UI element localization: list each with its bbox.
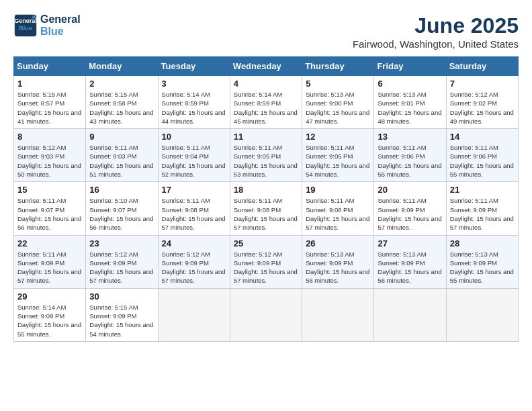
day-info: Sunrise: 5:13 AMSunset: 9:00 PMDaylight:… <box>306 90 370 126</box>
day-info: Sunrise: 5:11 AMSunset: 9:08 PMDaylight:… <box>162 196 226 232</box>
day-number: 1 <box>17 79 82 89</box>
calendar-cell: 14Sunrise: 5:11 AMSunset: 9:06 PMDayligh… <box>446 129 518 182</box>
day-number: 16 <box>89 185 154 195</box>
logo-icon: General Blue <box>13 13 38 38</box>
calendar-cell <box>446 288 518 341</box>
calendar-cell: 7Sunrise: 5:12 AMSunset: 9:02 PMDaylight… <box>446 76 518 129</box>
day-info: Sunrise: 5:11 AMSunset: 9:05 PMDaylight:… <box>234 143 298 179</box>
calendar-title: June 2025 <box>353 13 519 38</box>
calendar-cell: 11Sunrise: 5:11 AMSunset: 9:05 PMDayligh… <box>230 129 302 182</box>
day-number: 2 <box>89 79 154 89</box>
day-number: 20 <box>378 185 442 195</box>
day-number: 27 <box>378 238 442 248</box>
calendar-subtitle: Fairwood, Washington, United States <box>353 38 519 50</box>
day-info: Sunrise: 5:15 AMSunset: 8:57 PMDaylight:… <box>17 90 82 126</box>
day-info: Sunrise: 5:14 AMSunset: 8:59 PMDaylight:… <box>234 90 298 126</box>
day-info: Sunrise: 5:11 AMSunset: 9:09 PMDaylight:… <box>378 196 442 232</box>
calendar-cell: 8Sunrise: 5:12 AMSunset: 9:03 PMDaylight… <box>14 129 86 182</box>
day-number: 7 <box>450 79 515 89</box>
day-info: Sunrise: 5:14 AMSunset: 9:09 PMDaylight:… <box>17 303 82 338</box>
day-number: 18 <box>234 185 298 195</box>
logo-text-blue: Blue <box>40 26 81 38</box>
header-row: Sunday Monday Tuesday Wednesday Thursday… <box>14 57 519 76</box>
day-number: 30 <box>89 291 154 302</box>
calendar-cell <box>158 288 230 341</box>
calendar-row-4: 29Sunrise: 5:14 AMSunset: 9:09 PMDayligh… <box>14 288 519 341</box>
day-info: Sunrise: 5:10 AMSunset: 9:07 PMDaylight:… <box>89 196 154 232</box>
col-tuesday: Tuesday <box>158 57 230 76</box>
day-info: Sunrise: 5:11 AMSunset: 9:08 PMDaylight:… <box>234 196 298 232</box>
calendar-cell: 28Sunrise: 5:13 AMSunset: 9:09 PMDayligh… <box>446 235 518 288</box>
calendar-cell: 26Sunrise: 5:13 AMSunset: 9:09 PMDayligh… <box>302 235 374 288</box>
day-info: Sunrise: 5:11 AMSunset: 9:07 PMDaylight:… <box>17 196 82 232</box>
calendar-row-1: 8Sunrise: 5:12 AMSunset: 9:03 PMDaylight… <box>14 129 519 182</box>
calendar-cell: 15Sunrise: 5:11 AMSunset: 9:07 PMDayligh… <box>14 182 86 235</box>
day-info: Sunrise: 5:13 AMSunset: 9:09 PMDaylight:… <box>450 250 515 285</box>
calendar-cell: 19Sunrise: 5:11 AMSunset: 9:08 PMDayligh… <box>302 182 374 235</box>
calendar-cell <box>374 288 446 341</box>
day-info: Sunrise: 5:13 AMSunset: 9:09 PMDaylight:… <box>378 250 442 285</box>
calendar-cell: 13Sunrise: 5:11 AMSunset: 9:06 PMDayligh… <box>374 129 446 182</box>
day-info: Sunrise: 5:11 AMSunset: 9:09 PMDaylight:… <box>17 250 82 285</box>
calendar-cell <box>230 288 302 341</box>
col-monday: Monday <box>86 57 158 76</box>
calendar-cell: 25Sunrise: 5:12 AMSunset: 9:09 PMDayligh… <box>230 235 302 288</box>
day-number: 11 <box>234 132 298 142</box>
day-number: 15 <box>17 185 82 195</box>
calendar-cell: 27Sunrise: 5:13 AMSunset: 9:09 PMDayligh… <box>374 235 446 288</box>
svg-text:Blue: Blue <box>19 25 32 32</box>
day-info: Sunrise: 5:13 AMSunset: 9:09 PMDaylight:… <box>306 250 370 285</box>
day-number: 10 <box>162 132 226 142</box>
calendar-row-3: 22Sunrise: 5:11 AMSunset: 9:09 PMDayligh… <box>14 235 519 288</box>
day-info: Sunrise: 5:12 AMSunset: 9:09 PMDaylight:… <box>234 250 298 285</box>
day-number: 3 <box>162 79 226 89</box>
col-thursday: Thursday <box>302 57 374 76</box>
title-area: June 2025 Fairwood, Washington, United S… <box>353 13 519 50</box>
day-number: 4 <box>234 79 298 89</box>
day-info: Sunrise: 5:12 AMSunset: 9:09 PMDaylight:… <box>89 250 154 285</box>
day-number: 21 <box>450 185 515 195</box>
day-info: Sunrise: 5:11 AMSunset: 9:03 PMDaylight:… <box>89 143 154 179</box>
day-number: 24 <box>162 238 226 248</box>
day-info: Sunrise: 5:15 AMSunset: 8:58 PMDaylight:… <box>89 90 154 126</box>
svg-text:General: General <box>14 17 37 24</box>
col-wednesday: Wednesday <box>230 57 302 76</box>
day-number: 28 <box>450 238 515 248</box>
day-number: 12 <box>306 132 370 142</box>
day-number: 9 <box>89 132 154 142</box>
day-number: 6 <box>378 79 442 89</box>
calendar-cell: 17Sunrise: 5:11 AMSunset: 9:08 PMDayligh… <box>158 182 230 235</box>
day-info: Sunrise: 5:12 AMSunset: 9:02 PMDaylight:… <box>450 90 515 126</box>
calendar-cell: 21Sunrise: 5:11 AMSunset: 9:09 PMDayligh… <box>446 182 518 235</box>
calendar-cell: 22Sunrise: 5:11 AMSunset: 9:09 PMDayligh… <box>14 235 86 288</box>
day-number: 23 <box>89 238 154 248</box>
calendar-cell: 10Sunrise: 5:11 AMSunset: 9:04 PMDayligh… <box>158 129 230 182</box>
calendar-cell: 29Sunrise: 5:14 AMSunset: 9:09 PMDayligh… <box>14 288 86 341</box>
calendar-cell: 1Sunrise: 5:15 AMSunset: 8:57 PMDaylight… <box>14 76 86 129</box>
day-info: Sunrise: 5:11 AMSunset: 9:09 PMDaylight:… <box>450 196 515 232</box>
calendar-cell: 16Sunrise: 5:10 AMSunset: 9:07 PMDayligh… <box>86 182 158 235</box>
day-number: 25 <box>234 238 298 248</box>
logo: General Blue General Blue <box>13 13 81 38</box>
day-info: Sunrise: 5:11 AMSunset: 9:06 PMDaylight:… <box>450 143 515 179</box>
calendar-cell <box>302 288 374 341</box>
calendar-cell: 18Sunrise: 5:11 AMSunset: 9:08 PMDayligh… <box>230 182 302 235</box>
day-info: Sunrise: 5:11 AMSunset: 9:08 PMDaylight:… <box>306 196 370 232</box>
calendar-cell: 2Sunrise: 5:15 AMSunset: 8:58 PMDaylight… <box>86 76 158 129</box>
calendar-cell: 6Sunrise: 5:13 AMSunset: 9:01 PMDaylight… <box>374 76 446 129</box>
day-number: 26 <box>306 238 370 248</box>
day-number: 13 <box>378 132 442 142</box>
day-info: Sunrise: 5:11 AMSunset: 9:06 PMDaylight:… <box>378 143 442 179</box>
calendar-cell: 20Sunrise: 5:11 AMSunset: 9:09 PMDayligh… <box>374 182 446 235</box>
day-info: Sunrise: 5:12 AMSunset: 9:03 PMDaylight:… <box>17 143 82 179</box>
calendar-table: Sunday Monday Tuesday Wednesday Thursday… <box>13 56 519 342</box>
day-number: 14 <box>450 132 515 142</box>
page-header: General Blue General Blue June 2025 Fair… <box>13 13 519 50</box>
day-info: Sunrise: 5:11 AMSunset: 9:04 PMDaylight:… <box>162 143 226 179</box>
col-saturday: Saturday <box>446 57 518 76</box>
calendar-cell: 30Sunrise: 5:15 AMSunset: 9:09 PMDayligh… <box>86 288 158 341</box>
day-info: Sunrise: 5:15 AMSunset: 9:09 PMDaylight:… <box>89 303 154 338</box>
calendar-cell: 3Sunrise: 5:14 AMSunset: 8:59 PMDaylight… <box>158 76 230 129</box>
col-sunday: Sunday <box>14 57 86 76</box>
calendar-cell: 9Sunrise: 5:11 AMSunset: 9:03 PMDaylight… <box>86 129 158 182</box>
